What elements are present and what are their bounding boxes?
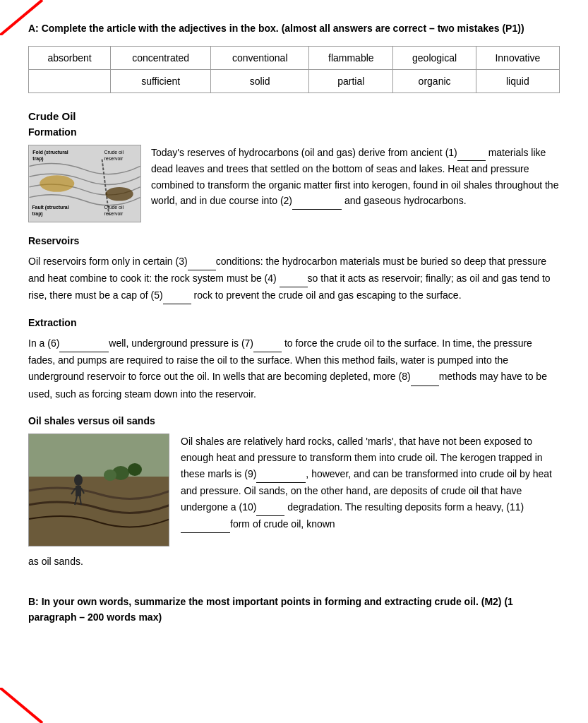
section-b-header: B: In your own words, summarize the most… [28, 596, 513, 623]
word-box-cell: sufficient [111, 70, 211, 93]
formation-text: Today's reserves of hydrocarbons (oil an… [151, 145, 560, 222]
word-box-cell: Innovative [476, 47, 559, 70]
svg-rect-18 [76, 486, 81, 496]
word-box-cell: solid [211, 70, 309, 93]
oil-shales-svg [29, 434, 169, 546]
blank-6 [59, 335, 109, 352]
svg-text:Fold (structural: Fold (structural [32, 150, 68, 155]
top-corner-decoration [0, 0, 49, 35]
oil-shales-heading: Oil shales versus oil sands [28, 415, 560, 426]
oil-shales-content: Oil shales are relatively hard rocks, ca… [28, 434, 560, 546]
svg-line-1 [0, 688, 42, 723]
svg-text:reservoir: reservoir [104, 156, 123, 161]
section-a-header: A: Complete the article with the adjecti… [28, 21, 560, 36]
formation-diagram: Fold (structural trap) Crude oil reservo… [28, 145, 141, 222]
word-box-table: absorbent concentrated conventional flam… [28, 46, 560, 93]
crude-oil-title: Crude Oil [28, 110, 560, 122]
oil-shales-text: Oil shales are relatively hard rocks, ca… [181, 434, 560, 546]
blank-7 [253, 335, 282, 352]
reservoirs-section: Reservoirs Oil reservoirs form only in c… [28, 235, 560, 304]
word-box-cell: conventional [211, 47, 309, 70]
blank-11 [181, 516, 230, 533]
word-box-cell: liquid [476, 70, 559, 93]
reservoirs-heading: Reservoirs [28, 235, 560, 246]
formation-section: Fold (structural trap) Crude oil reservo… [28, 145, 560, 222]
svg-line-0 [0, 0, 42, 35]
oil-shales-image [28, 434, 169, 546]
bottom-corner-decoration [0, 688, 49, 723]
word-box-cell: concentrated [111, 47, 211, 70]
formation-svg: Fold (structural trap) Crude oil reservo… [29, 145, 140, 222]
word-box-cell [29, 70, 111, 93]
svg-text:Fault (structural: Fault (structural [32, 205, 68, 210]
blank-9 [256, 466, 306, 483]
word-box-cell: organic [393, 70, 476, 93]
word-box-cell: absorbent [29, 47, 111, 70]
blank-10 [256, 499, 284, 516]
formation-heading: Formation [28, 126, 560, 138]
word-box-cell: partial [309, 70, 393, 93]
word-box-cell: geological [393, 47, 476, 70]
extraction-section: Extraction In a (6) well, underground pr… [28, 317, 560, 402]
svg-text:trap): trap) [32, 211, 42, 217]
svg-point-25 [104, 470, 116, 481]
extraction-heading: Extraction [28, 317, 560, 328]
blank-4 [280, 270, 308, 287]
oil-shales-conclusion: as oil sands. [28, 554, 560, 570]
svg-text:Crude oil: Crude oil [104, 205, 124, 210]
reservoirs-text: Oil reservoirs form only in certain (3) … [28, 253, 560, 304]
svg-text:Crude oil: Crude oil [104, 150, 124, 155]
svg-rect-15 [29, 434, 169, 477]
svg-point-3 [40, 175, 74, 192]
svg-text:reservoir: reservoir [104, 211, 123, 216]
svg-text:trap): trap) [32, 156, 43, 162]
blank-3 [188, 253, 216, 270]
svg-point-17 [74, 474, 83, 486]
blank-8 [411, 369, 439, 386]
blank-1 [457, 145, 486, 161]
blank-5 [163, 287, 191, 304]
blank-2 [292, 193, 342, 209]
extraction-text: In a (6) well, underground pressure is (… [28, 335, 560, 402]
svg-point-5 [105, 187, 133, 201]
oil-shales-section: Oil shales versus oil sands [28, 415, 560, 570]
section-b: B: In your own words, summarize the most… [28, 584, 560, 626]
svg-point-24 [128, 463, 142, 476]
word-box-cell: flammable [309, 47, 393, 70]
